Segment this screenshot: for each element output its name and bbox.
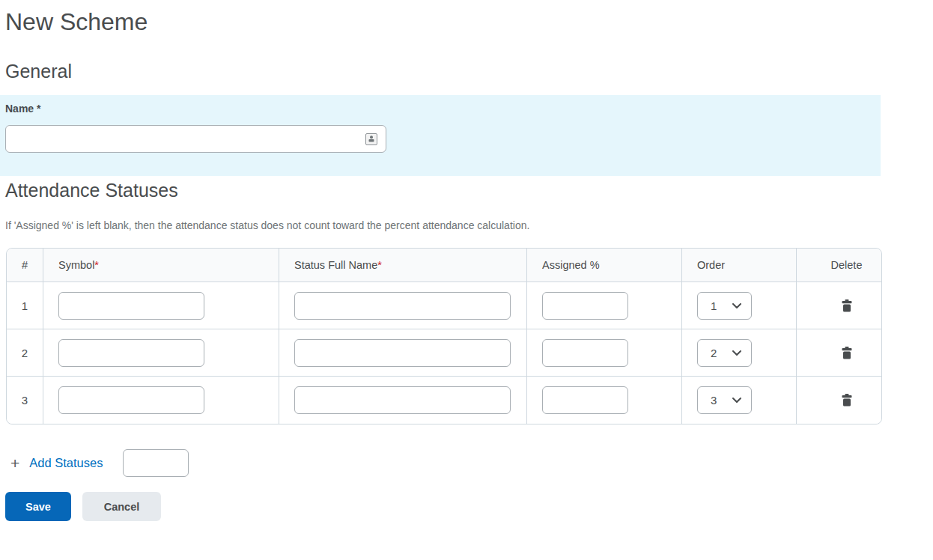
general-heading: General bbox=[5, 60, 933, 82]
column-header-symbol: Symbol* bbox=[43, 249, 279, 282]
table-header-row: # Symbol* Status Full Name* Assigned % O… bbox=[7, 249, 881, 282]
column-header-label: Status Full Name bbox=[294, 259, 377, 271]
name-field-panel: Name * bbox=[0, 95, 881, 176]
order-select-1[interactable]: 1 bbox=[697, 292, 752, 320]
order-select-value: 3 bbox=[711, 394, 717, 407]
autofill-indicator-icon[interactable] bbox=[365, 133, 377, 145]
name-input[interactable] bbox=[5, 125, 386, 153]
assigned-percent-input-2[interactable] bbox=[542, 339, 628, 367]
symbol-input-1[interactable] bbox=[58, 292, 204, 320]
assigned-percent-input-1[interactable] bbox=[542, 292, 628, 320]
cancel-button[interactable]: Cancel bbox=[82, 492, 161, 521]
column-header-delete: Delete bbox=[797, 249, 881, 282]
column-header-assigned-percent: Assigned % bbox=[527, 249, 682, 282]
order-select-3[interactable]: 3 bbox=[697, 386, 752, 414]
column-header-label: # bbox=[22, 259, 28, 271]
status-full-name-input-2[interactable] bbox=[294, 339, 511, 367]
name-required-mark: * bbox=[37, 103, 40, 115]
status-row-3: 3 3 bbox=[7, 377, 881, 424]
column-header-label: Symbol bbox=[58, 259, 94, 271]
assigned-percent-input-3[interactable] bbox=[542, 386, 628, 414]
required-mark: * bbox=[94, 259, 99, 271]
delete-row-button-3[interactable] bbox=[839, 391, 855, 410]
save-button[interactable]: Save bbox=[5, 492, 71, 521]
trash-icon bbox=[842, 394, 852, 407]
column-header-label: Delete bbox=[831, 259, 863, 271]
column-header-label: Order bbox=[697, 259, 725, 271]
column-header-status-full-name: Status Full Name* bbox=[279, 249, 527, 282]
attendance-statuses-heading: Attendance Statuses bbox=[5, 179, 933, 201]
column-header-order: Order bbox=[682, 249, 797, 282]
symbol-input-2[interactable] bbox=[58, 339, 204, 367]
status-row-1: 1 1 bbox=[7, 282, 881, 329]
symbol-input-3[interactable] bbox=[58, 386, 204, 414]
chevron-down-icon bbox=[732, 398, 741, 403]
name-input-wrap bbox=[5, 125, 386, 153]
order-select-value: 1 bbox=[711, 299, 717, 312]
delete-row-button-1[interactable] bbox=[839, 296, 855, 315]
chevron-down-icon bbox=[732, 350, 741, 356]
row-number: 2 bbox=[7, 329, 43, 377]
plus-icon: + bbox=[10, 455, 19, 471]
new-scheme-page: New Scheme General Name * Attendance Sta… bbox=[0, 7, 933, 560]
delete-row-button-2[interactable] bbox=[839, 344, 855, 362]
trash-icon bbox=[842, 299, 852, 312]
column-header-label: Assigned % bbox=[542, 259, 600, 271]
add-statuses-count-input[interactable] bbox=[123, 449, 189, 477]
status-full-name-input-1[interactable] bbox=[294, 292, 511, 320]
page-title: New Scheme bbox=[5, 7, 933, 36]
autofill-glyph bbox=[368, 136, 374, 142]
add-statuses-link[interactable]: Add Statuses bbox=[29, 456, 103, 470]
column-header-number: # bbox=[7, 249, 43, 282]
order-select-2[interactable]: 2 bbox=[697, 339, 752, 367]
chevron-down-icon bbox=[732, 303, 741, 308]
help-text: If 'Assigned %' is left blank, then the … bbox=[5, 219, 933, 231]
required-mark: * bbox=[377, 259, 382, 271]
status-full-name-input-3[interactable] bbox=[294, 386, 511, 414]
name-label-text: Name bbox=[5, 103, 34, 115]
attendance-statuses-table: # Symbol* Status Full Name* Assigned % O… bbox=[6, 248, 882, 424]
row-number: 1 bbox=[7, 282, 43, 329]
add-statuses-row: + Add Statuses bbox=[10, 449, 933, 477]
status-row-2: 2 2 bbox=[7, 329, 881, 377]
form-actions: Save Cancel bbox=[5, 492, 933, 521]
name-label: Name * bbox=[5, 103, 40, 115]
trash-icon bbox=[842, 347, 852, 359]
row-number: 3 bbox=[7, 377, 43, 424]
order-select-value: 2 bbox=[711, 347, 717, 359]
